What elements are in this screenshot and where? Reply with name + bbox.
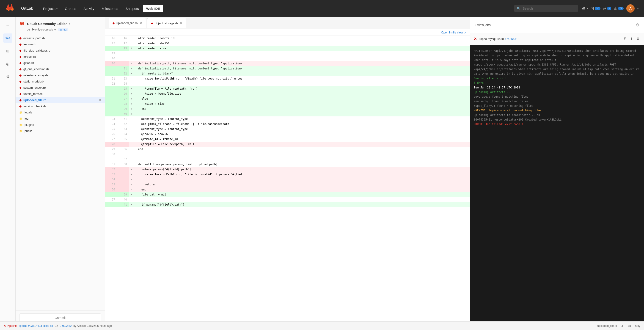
view-jobs-button[interactable]: ‹ View jobs: [475, 23, 491, 27]
file-item[interactable]: 📁public: [16, 128, 105, 134]
terminal-line: rspec_flaky/: found 4 matching files: [474, 104, 640, 108]
todos-button[interactable]: ☑ 30: [590, 6, 600, 11]
diff-row: 27+ else: [105, 96, 470, 101]
sidebar-settings-icon[interactable]: ⚙: [3, 72, 12, 81]
tab-close-uploaded[interactable]: ✕: [140, 21, 142, 25]
diff-code: file_path = nil: [134, 192, 470, 197]
diff-sign: [129, 162, 134, 167]
line-num-old: 32: [105, 167, 117, 172]
diff-row: 41+ if params["#{field}.path"]: [105, 202, 470, 207]
file-item[interactable]: ◆file_size_validator.rb: [16, 48, 105, 54]
file-item[interactable]: ◆gitlab.rb: [16, 60, 105, 66]
folder-icon: 📁: [19, 123, 23, 126]
diff-row: 35- return: [105, 182, 470, 187]
mr-icon: ⟳: [54, 28, 56, 31]
nav-groups[interactable]: Groups: [62, 5, 79, 12]
job-terminal[interactable]: API::Runner /api/v4/jobs artifacts POST …: [470, 45, 644, 322]
file-item[interactable]: ◆uploaded_file.rb⎘: [16, 97, 105, 103]
line-num-old: [105, 112, 117, 116]
file-edit-icon[interactable]: ⎘: [100, 99, 101, 102]
line-num-old: 20: [105, 61, 117, 66]
pipeline-text: Pipeline: [7, 324, 17, 328]
file-tree-header: GitLab Community Edition ▾ ⎇ fix-only-os…: [16, 17, 105, 33]
file-item[interactable]: ◆feature.rb: [16, 41, 105, 48]
tab-uploaded-file[interactable]: ◆ uploaded_file.rb ✕: [109, 18, 146, 28]
diff-row: 2533 @content_type = content_type: [105, 126, 470, 132]
line-num-new: 17: [117, 41, 129, 46]
sidebar-code-icon[interactable]: </>: [3, 34, 12, 42]
merge-requests-button[interactable]: ⇄ 2: [603, 6, 611, 11]
user-menu-arrow[interactable]: ▾: [637, 7, 638, 10]
diff-row: 2123 raise InvalidPathError, "#{path} fi…: [105, 76, 470, 81]
sidebar-back-button[interactable]: ←: [3, 20, 12, 30]
pipeline-status[interactable]: ✕ Pipeline Pipeline #23714433 failed for…: [4, 324, 112, 328]
diff-sign: +: [129, 66, 134, 71]
job-panel-header: ‹ View jobs ⚙: [470, 17, 644, 33]
nav-projects[interactable]: Projects▾: [40, 5, 61, 12]
file-item[interactable]: ◆extracts_path.rb: [16, 35, 105, 41]
file-item[interactable]: ◆milestone_array.rb: [16, 72, 105, 78]
job-panel-settings-icon[interactable]: ⚙: [636, 22, 640, 28]
job-copy-icon[interactable]: ⎘: [623, 36, 627, 42]
pipeline-error-icon: ✕: [4, 324, 6, 328]
file-item[interactable]: ◆version_check.rb: [16, 103, 105, 109]
line-num-old: 28: [105, 142, 117, 147]
user-avatar[interactable]: A: [626, 4, 634, 12]
tab-close-object[interactable]: ✕: [180, 21, 182, 25]
gitlab-logo[interactable]: [6, 4, 16, 14]
branch-icon: ⎇: [27, 28, 30, 31]
diff-code: [134, 81, 470, 86]
line-num-new: [117, 182, 129, 187]
nav-logo-text: GitLab: [21, 6, 34, 11]
diff-row: 2432 @original_filename = filename || ::…: [105, 122, 470, 126]
nav-activity[interactable]: Activity: [80, 5, 98, 12]
file-item[interactable]: ◆system_check.rb: [16, 84, 105, 91]
diff-code: end: [134, 147, 470, 152]
file-item[interactable]: 📁locale: [16, 109, 105, 116]
line-num-new: [117, 167, 129, 172]
sidebar-source-icon[interactable]: ⊞: [3, 46, 12, 56]
tab-object-storage[interactable]: ◆ object_storage.rb ✕: [147, 18, 186, 28]
ruby-icon: ◆: [19, 80, 22, 83]
mr-badge[interactable]: !19712: [58, 28, 68, 31]
issues-button[interactable]: ◎ 79: [614, 6, 624, 11]
line-num-old: [105, 71, 117, 76]
search-input[interactable]: [522, 7, 576, 10]
folder-icon: 📁: [19, 111, 23, 114]
commit-hash-link[interactable]: 75602f80: [60, 324, 72, 328]
file-item[interactable]: 📁plugins: [16, 122, 105, 128]
project-expand-icon[interactable]: ▾: [69, 22, 70, 26]
pipeline-link[interactable]: Pipeline #23714433 failed for: [18, 324, 53, 328]
new-item-button[interactable]: ⊕ ▾: [582, 6, 588, 11]
file-item[interactable]: ◆unfold_form.rb: [16, 91, 105, 97]
file-name-label: feature.rb: [24, 42, 36, 46]
search-icon: 🔍: [517, 7, 521, 10]
ruby-icon: ◆: [19, 61, 22, 64]
file-item[interactable]: ◆gt_one_coercion.rb: [16, 66, 105, 72]
line-num-old: 27: [105, 136, 117, 142]
line-num-new: [117, 172, 129, 177]
job-scroll-bottom-icon[interactable]: ⬇: [636, 36, 640, 42]
job-id-link[interactable]: #74355411: [505, 37, 520, 40]
job-scroll-top-icon[interactable]: ⬆: [629, 36, 634, 42]
nav-milestones[interactable]: Milestones: [98, 5, 122, 12]
status-encoding: LF: [620, 324, 624, 328]
diff-row: 32- unless params["#{field}.path"]: [105, 167, 470, 172]
diff-sign: +: [129, 202, 134, 207]
left-sidebar: ← </> ⊞ ◎ ⚙: [0, 17, 16, 330]
open-in-file-link[interactable]: Open in file view ↗: [441, 31, 466, 34]
diff-row: 3138 def self.from_params(params, field,…: [105, 162, 470, 167]
nav-snippets[interactable]: Snippets: [122, 5, 142, 12]
project-logo: [19, 20, 26, 27]
sidebar-pipeline-icon[interactable]: ◎: [3, 59, 12, 68]
nav-webide[interactable]: Web IDE: [143, 5, 164, 12]
diff-scroll-area[interactable]: 1616 attr_reader :remote_id1717 attr_rea…: [105, 36, 470, 330]
tab-ruby-icon: ◆: [112, 22, 114, 25]
commit-button[interactable]: Commit: [19, 314, 101, 322]
diff-code: @size = size: [134, 101, 470, 106]
diff-sign: -: [129, 61, 134, 66]
file-item[interactable]: ◆forever.rb: [16, 54, 105, 60]
diff-sign: -: [129, 177, 134, 182]
file-item[interactable]: ◆static_model.rb: [16, 78, 105, 84]
file-item[interactable]: 📁log: [16, 116, 105, 122]
